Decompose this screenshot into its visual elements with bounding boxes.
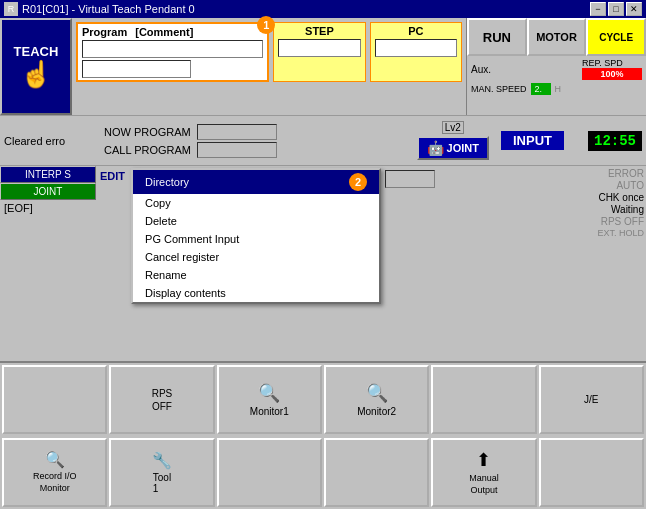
edit-row: INTERP S JOINT [EOF] EDIT Directory 2 Co… [0,166,646,361]
status-waiting: Waiting [572,204,644,215]
joint-label: JOINT [447,142,479,154]
teach-button[interactable]: TEACH ☝ [0,18,72,115]
toolbar-btn-empty-1 [2,365,107,434]
toolbar-btn-monitor1[interactable]: 🔍 Monitor1 [217,365,322,434]
toolbar-btn-rps[interactable]: RPSOFF [109,365,214,434]
cycle-button[interactable]: CYCLE [586,18,646,56]
now-program-input[interactable] [197,124,277,140]
toolbar-btn-tool1[interactable]: 🔧 Tool1 [109,438,214,507]
lv2-label: Lv2 [442,121,464,134]
menu-item-pg-comment[interactable]: PG Comment Input [133,230,379,248]
main-content-col: EDIT Directory 2 Copy Delete PG Comment … [96,166,570,361]
right-status-panel: ERROR AUTO CHK once Waiting RPS OFF EXT.… [570,166,646,361]
menu-item-display-contents[interactable]: Display contents [133,284,379,302]
call-program-label: CALL PROGRAM [104,144,191,156]
eof-text: [EOF] [0,200,96,216]
run-button[interactable]: RUN [467,18,527,56]
aux-spd-row: Aux. REP. SPD 100% [467,56,646,82]
teach-label: TEACH [14,44,59,59]
now-program-row: NOW PROGRAM [104,124,403,140]
menu-item-cancel-register[interactable]: Cancel register [133,248,379,266]
aux-label: Aux. [471,64,491,75]
rep-spd-label: REP. SPD [582,58,623,68]
rps-off-label: RPSOFF [152,387,173,413]
now-program-label: NOW PROGRAM [104,126,191,138]
toolbar-btn-record-io[interactable]: 🔍 Record I/OMonitor [2,438,107,507]
status-chk-once: CHK once [572,192,644,203]
maximize-button[interactable]: □ [608,2,624,16]
monitor1-icon: 🔍 [258,382,280,404]
toolbar-btn-je[interactable]: J/E [539,365,644,434]
toolbar-row-2: 🔍 Record I/OMonitor 🔧 Tool1 ⬆ ManualOutp… [0,436,646,509]
toolbar-btn-monitor2[interactable]: 🔍 Monitor2 [324,365,429,434]
monitor2-label: Monitor2 [357,406,396,417]
joint-button[interactable]: 🤖 JOINT [417,136,489,160]
app-body: TEACH ☝ Program [Comment] 1 [0,18,646,509]
tool1-icon: 🔧 [152,451,172,470]
toolbar-btn-empty-2 [431,365,536,434]
call-program-input[interactable] [197,142,277,158]
input-bar: INPUT [501,131,564,150]
toolbar-btn-empty-3 [217,438,322,507]
edit-label: EDIT [100,168,125,182]
interp-button[interactable]: INTERP S [0,166,96,183]
manual-output-label: ManualOutput [469,473,499,496]
directory-field[interactable] [385,170,435,188]
pc-label: PC [375,25,457,37]
step-label: STEP [278,25,360,37]
menu-item-rename[interactable]: Rename [133,266,379,284]
bottom-toolbar: RPSOFF 🔍 Monitor1 🔍 Monitor2 J/E 🔍 Recor… [0,361,646,509]
circle-2-badge: 2 [349,173,367,191]
toolbar-btn-empty-4 [324,438,429,507]
right-panel: RUN MOTOR CYCLE Aux. REP. SPD 100% MAN. … [466,18,646,115]
middle-row: Cleared erro NOW PROGRAM CALL PROGRAM Lv… [0,116,646,166]
call-program-row: CALL PROGRAM [104,142,403,158]
rep-spd-section: REP. SPD 100% [582,58,642,80]
toolbar-row-1: RPSOFF 🔍 Monitor1 🔍 Monitor2 J/E [0,363,646,436]
menu-item-directory[interactable]: Directory 2 [133,170,379,194]
close-button[interactable]: ✕ [626,2,642,16]
tool1-label: Tool1 [153,472,171,494]
minimize-button[interactable]: − [590,2,606,16]
record-io-label: Record I/OMonitor [33,471,77,494]
left-status-col: INTERP S JOINT [EOF] [0,166,96,361]
now-call-area: NOW PROGRAM CALL PROGRAM [96,116,411,165]
time-display: 12:55 [588,131,642,151]
comment-label: [Comment] [135,26,193,38]
record-io-icon: 🔍 [45,450,65,469]
man-speed-label: MAN. SPEED [471,84,527,94]
dropdown-menu: Directory 2 Copy Delete PG Comment Input… [131,168,381,304]
monitor1-label: Monitor1 [250,406,289,417]
program-label: Program [82,26,127,38]
robot-icon: 🤖 [427,140,444,156]
monitor2-icon: 🔍 [366,382,388,404]
motor-button[interactable]: MOTOR [527,18,587,56]
status-error: ERROR [572,168,644,179]
title-bar: R R01[C01] - Virtual Teach Pendant 0 − □… [0,0,646,18]
manual-output-icon: ⬆ [476,449,491,471]
hand-icon: ☝ [20,59,52,90]
menu-item-copy[interactable]: Copy [133,194,379,212]
toolbar-btn-empty-5 [539,438,644,507]
spd-bar: 100% [582,68,642,80]
man-speed-val: 2. [531,83,551,95]
window-controls: − □ ✕ [590,2,642,16]
status-rps-off: RPS OFF [572,216,644,227]
status-ext-hold: EXT. HOLD [572,228,644,238]
status-auto: AUTO [572,180,644,191]
rmc-row: RUN MOTOR CYCLE [467,18,646,56]
app-icon: R [4,2,18,16]
je-label: J/E [584,394,598,405]
top-row: TEACH ☝ Program [Comment] 1 [0,18,646,116]
window-title: R01[C01] - Virtual Teach Pendant 0 [22,3,195,15]
joint-left-button[interactable]: JOINT [0,183,96,200]
cleared-text: Cleared erro [4,135,92,147]
menu-item-delete[interactable]: Delete [133,212,379,230]
toolbar-btn-manual-output[interactable]: ⬆ ManualOutput [431,438,536,507]
